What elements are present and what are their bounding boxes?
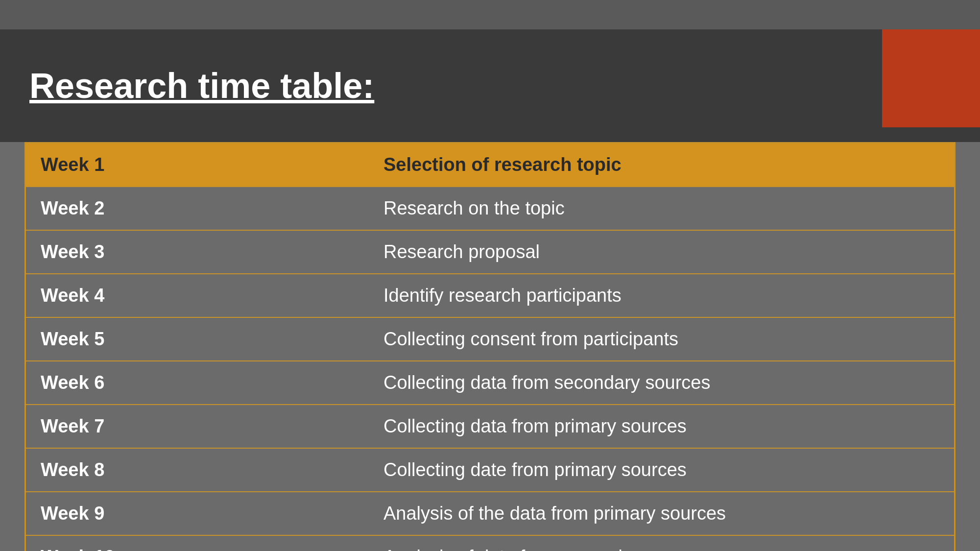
activity-label: Research on the topic [369,187,954,230]
activity-label: Research proposal [369,231,954,273]
research-table: Week 1 Selection of research topic Week … [24,142,956,551]
week-label: Week 3 [26,231,369,273]
table-row: Week 3 Research proposal [26,231,954,274]
table-row: Week 8 Collecting date from primary sour… [26,449,954,492]
page-title: Research time table: [29,66,374,106]
table-row: Week 2 Research on the topic [26,187,954,231]
week-label: Week 6 [26,361,369,404]
week-label: Week 10 [26,536,369,551]
table-row: Week 5 Collecting consent from participa… [26,318,954,361]
week-label: Week 2 [26,187,369,230]
header-activity-cell: Selection of research topic [369,144,954,186]
activity-label: Identify research participants [369,274,954,317]
activity-label: Collecting consent from participants [369,318,954,360]
week-label: Week 9 [26,492,369,535]
table-header-row: Week 1 Selection of research topic [26,144,954,187]
table-row: Week 6 Collecting data from secondary so… [26,361,954,405]
table-row: Week 7 Collecting data from primary sour… [26,405,954,449]
activity-label: Collecting data from secondary sources [369,361,954,404]
table-row: Week 4 Identify research participants [26,274,954,318]
activity-label: Analysis of data from secondary sources [369,536,954,551]
week-label: Week 4 [26,274,369,317]
activity-label: Collecting data from primary sources [369,405,954,448]
activity-label: Analysis of the data from primary source… [369,492,954,535]
top-bar [0,0,980,29]
activity-label: Collecting date from primary sources [369,449,954,491]
week-label: Week 5 [26,318,369,360]
red-accent-box [882,29,980,127]
table-row: Week 9 Analysis of the data from primary… [26,492,954,536]
table-row: Week 10 Analysis of data from secondary … [26,536,954,551]
header-section: Research time table: [0,29,980,142]
week-label: Week 8 [26,449,369,491]
week-label: Week 7 [26,405,369,448]
header-week-cell: Week 1 [26,144,369,186]
